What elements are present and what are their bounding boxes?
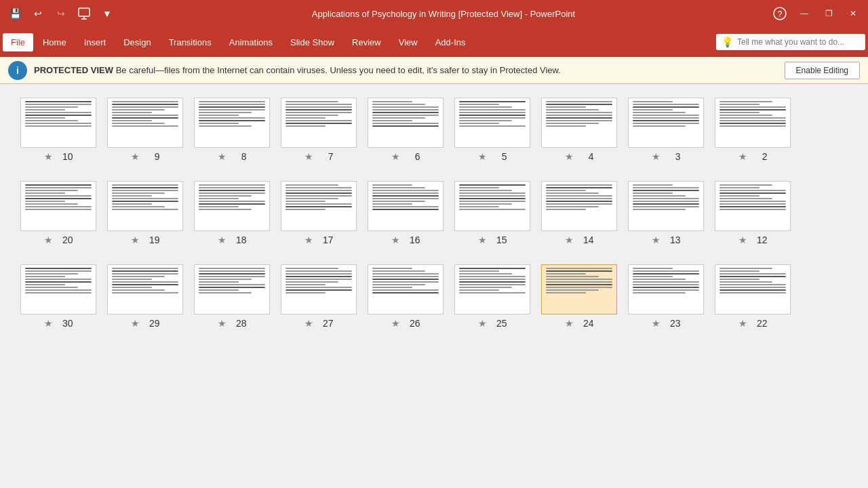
content-line	[633, 192, 673, 194]
slide-thumbnail[interactable]	[541, 98, 617, 148]
slide-item[interactable]: ★3	[628, 98, 704, 162]
slide-thumbnail[interactable]	[107, 264, 183, 314]
slide-thumbnail[interactable]	[20, 264, 96, 314]
slide-item[interactable]: ★30	[20, 264, 96, 329]
content-line	[546, 198, 612, 199]
help-icon[interactable]: ?	[770, 4, 789, 23]
slide-thumbnail[interactable]	[281, 181, 357, 231]
content-line	[546, 289, 599, 291]
customize-button[interactable]: ▼	[98, 4, 117, 23]
content-line	[633, 206, 699, 207]
content-line	[546, 273, 586, 274]
content-line	[285, 115, 338, 116]
content-line	[719, 201, 786, 202]
slide-item[interactable]: ★17	[281, 181, 357, 245]
slide-thumbnail[interactable]	[715, 264, 791, 314]
tab-addins[interactable]: Add-Ins	[427, 33, 474, 52]
slide-thumbnail[interactable]	[194, 98, 270, 148]
slide-item[interactable]: ★4	[541, 98, 617, 162]
slide-item[interactable]: ★2	[715, 98, 791, 162]
slide-thumbnail[interactable]	[20, 98, 96, 148]
slide-thumbnail[interactable]	[628, 98, 704, 148]
content-line	[546, 101, 612, 102]
slide-thumbnail[interactable]	[281, 264, 357, 314]
slide-item[interactable]: ★23	[628, 264, 704, 329]
slide-item[interactable]: ★15	[454, 181, 530, 245]
undo-button[interactable]: ↩	[28, 4, 47, 23]
content-line	[25, 109, 65, 110]
present-button[interactable]	[75, 4, 94, 23]
search-icon: 💡	[722, 37, 733, 47]
slide-item[interactable]: ★27	[281, 264, 357, 329]
slide-item[interactable]: ★14	[541, 181, 617, 245]
enable-editing-button[interactable]: Enable Editing	[785, 62, 860, 79]
slide-thumbnail[interactable]	[454, 98, 530, 148]
slide-item[interactable]: ★16	[368, 181, 443, 245]
star-icon: ★	[44, 151, 53, 162]
slide-thumbnail[interactable]	[454, 181, 530, 231]
content-line	[112, 184, 178, 186]
slide-item[interactable]: ★24	[541, 264, 617, 329]
slide-item[interactable]: ★10	[20, 98, 96, 162]
slide-thumbnail[interactable]	[454, 264, 530, 314]
slide-content-lines	[715, 182, 790, 230]
slide-item[interactable]: ★22	[715, 264, 791, 329]
tab-view[interactable]: View	[391, 33, 426, 52]
slide-thumbnail[interactable]	[541, 181, 617, 231]
slide-thumbnail[interactable]	[281, 98, 357, 148]
slide-thumbnail[interactable]	[715, 98, 791, 148]
slide-thumbnail[interactable]	[107, 181, 183, 231]
slide-meta: ★24	[565, 318, 594, 329]
ribbon-search: 💡	[716, 34, 865, 50]
slide-content-lines	[542, 98, 616, 147]
tab-review[interactable]: Review	[344, 33, 389, 52]
slide-thumbnail[interactable]	[368, 264, 443, 314]
slide-item[interactable]: ★8	[194, 98, 270, 162]
search-input[interactable]	[737, 37, 859, 47]
tab-file[interactable]: File	[3, 33, 33, 52]
save-button[interactable]: 💾	[5, 4, 24, 23]
slide-item[interactable]: ★29	[107, 264, 183, 329]
tab-slideshow[interactable]: Slide Show	[282, 33, 342, 52]
slide-item[interactable]: ★26	[368, 264, 443, 329]
slide-meta: ★10	[44, 151, 73, 162]
content-line	[199, 112, 252, 113]
slide-item[interactable]: ★6	[368, 98, 443, 162]
slide-thumbnail[interactable]	[107, 98, 183, 148]
content-line	[285, 281, 338, 283]
close-button[interactable]: ✕	[844, 4, 863, 23]
slide-item[interactable]: ★25	[454, 264, 530, 329]
slide-item[interactable]: ★5	[454, 98, 530, 162]
slide-item[interactable]: ★19	[107, 181, 183, 245]
slide-item[interactable]: ★18	[194, 181, 270, 245]
slide-item[interactable]: ★20	[20, 181, 96, 245]
tab-transitions[interactable]: Transitions	[161, 33, 220, 52]
slide-thumbnail[interactable]	[628, 264, 704, 314]
slide-thumbnail[interactable]	[715, 181, 791, 231]
slide-content-lines	[21, 182, 96, 230]
content-line	[372, 276, 439, 277]
slide-item[interactable]: ★9	[107, 98, 183, 162]
slide-item[interactable]: ★13	[628, 181, 704, 245]
content-line	[459, 203, 512, 205]
slide-thumbnail[interactable]	[541, 264, 617, 314]
slide-content-lines	[108, 265, 182, 314]
slide-thumbnail[interactable]	[20, 181, 96, 231]
tab-animations[interactable]: Animations	[221, 33, 281, 52]
slide-item[interactable]: ★28	[194, 264, 270, 329]
slide-thumbnail[interactable]	[368, 98, 443, 148]
slide-thumbnail[interactable]	[194, 181, 270, 231]
slide-thumbnail[interactable]	[628, 181, 704, 231]
tab-design[interactable]: Design	[115, 33, 159, 52]
title-bar: 💾 ↩ ↪ ▼ Applications of Psychology in Wr…	[0, 0, 868, 27]
restore-button[interactable]: ❐	[819, 4, 838, 23]
tab-home[interactable]: Home	[35, 33, 75, 52]
tab-insert[interactable]: Insert	[76, 33, 115, 52]
slide-item[interactable]: ★7	[281, 98, 357, 162]
slide-thumbnail[interactable]	[368, 181, 443, 231]
minimize-button[interactable]: —	[795, 4, 814, 23]
slide-thumbnail[interactable]	[194, 264, 270, 314]
star-icon: ★	[304, 318, 313, 329]
redo-button[interactable]: ↪	[52, 4, 71, 23]
slide-item[interactable]: ★12	[715, 181, 791, 245]
